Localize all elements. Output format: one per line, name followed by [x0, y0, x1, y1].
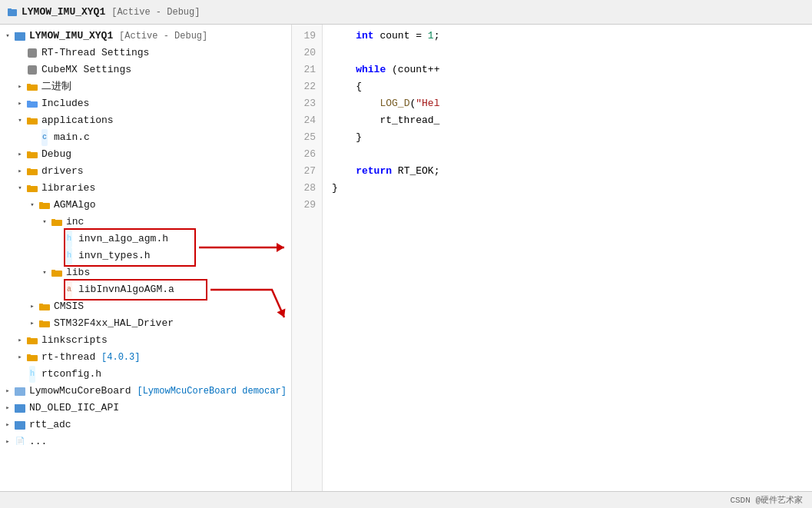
tree-item-label: RT-Thread Settings: [41, 45, 149, 61]
tree-icon-ellipsis: 📄: [14, 436, 26, 448]
tree-arrow: [15, 184, 25, 193]
tree-item-rtt-adc[interactable]: rtt_adc: [0, 417, 291, 433]
tree-arrow: [3, 420, 12, 430]
tree-item-label: Debug: [41, 146, 71, 163]
tree-icon-project-link: [14, 385, 26, 397]
tree-item-label: main.c: [54, 129, 90, 146]
svg-rect-25: [39, 304, 43, 305]
project-title: LYMOW_IMU_XYQ1: [22, 6, 105, 18]
tree-arrow: [15, 116, 25, 125]
svg-rect-9: [27, 101, 31, 102]
line-number: 24: [298, 112, 316, 129]
tree-icon-folder: [26, 165, 38, 178]
tree-item-cubemx-settings[interactable]: CubeMX Settings: [0, 61, 291, 78]
line-number: 21: [298, 61, 316, 78]
svg-rect-24: [39, 304, 50, 310]
svg-rect-21: [51, 219, 55, 221]
tree-item-label: LymowMcuCoreBoard [LymowMcuCoreBoard dem…: [29, 383, 287, 400]
svg-rect-15: [27, 168, 31, 170]
tree-item-label: ...: [29, 433, 47, 450]
tree-item-applications[interactable]: applications: [0, 112, 291, 129]
svg-rect-32: [15, 387, 25, 396]
tree-item-includes[interactable]: Includes: [0, 95, 291, 112]
tree-arrow: [40, 268, 49, 277]
code-line: [332, 197, 803, 214]
tree-item-nd-oled[interactable]: ND_OLED_IIC_API: [0, 400, 291, 417]
tree-item-binary[interactable]: 二进制: [0, 78, 291, 95]
svg-rect-7: [27, 84, 31, 85]
tree-item-label: libraries: [41, 180, 95, 197]
code-lines[interactable]: int count = 1; while (count++ { LOG_D("H…: [323, 25, 812, 491]
tree-item-drivers[interactable]: drivers: [0, 163, 291, 180]
tree-icon-file-c: c: [38, 131, 51, 144]
code-line: {: [332, 78, 803, 95]
line-number: 22: [298, 78, 316, 95]
tree-item-label: 二进制: [41, 78, 71, 95]
tree-item-label: ND_OLED_IIC_API: [29, 400, 119, 417]
tree-icon-folder: [26, 182, 38, 194]
tree-item-rt-thread[interactable]: rt-thread [4.0.3]: [0, 349, 291, 366]
tree-arrow: [15, 336, 25, 345]
tree-item-invn-types-h[interactable]: hinvn_types.h: [0, 247, 291, 264]
tree-arrow: [28, 201, 37, 210]
line-number: 28: [298, 180, 316, 197]
tree-arrow: [3, 387, 12, 396]
tree-arrow: [15, 167, 25, 176]
svg-rect-1: [8, 8, 12, 10]
tree-item-label: Includes: [41, 95, 89, 112]
credit-text: CSDN @硬件艺术家: [730, 494, 803, 506]
tree-icon-settings: [26, 47, 38, 59]
tree-item-invn-algo-agm-h[interactable]: hinvn_algo_agm.h: [0, 231, 291, 247]
tree-item-label: invn_algo_agm.h: [78, 231, 168, 247]
tree-item-label: rt-thread [4.0.3]: [41, 349, 140, 366]
code-line: while (count++: [332, 61, 803, 78]
tree-item-libraries[interactable]: libraries: [0, 180, 291, 197]
tree-icon-folder: [26, 115, 38, 127]
tree-arrow: [3, 437, 12, 447]
tree-item-more[interactable]: 📄...: [0, 433, 291, 450]
tree-item-label: LYMOW_IMU_XYQ1 [Active - Debug]: [29, 28, 207, 45]
tree-item-agmalgo[interactable]: AGMAlgo: [0, 197, 291, 214]
svg-rect-18: [39, 203, 50, 209]
bottom-bar: CSDN @硬件艺术家: [0, 491, 812, 508]
code-editor: 1920212223242526272829 int count = 1; wh…: [292, 25, 812, 491]
tree-arrow: [40, 217, 49, 227]
tree-item-debug[interactable]: Debug: [0, 146, 291, 163]
svg-rect-20: [51, 220, 62, 226]
line-numbers: 1920212223242526272829: [292, 25, 323, 491]
svg-rect-19: [39, 202, 43, 204]
tree-item-main-c[interactable]: cmain.c: [0, 129, 291, 146]
svg-rect-3: [15, 32, 19, 34]
svg-rect-22: [51, 271, 62, 277]
tree-item-label: inc: [66, 214, 84, 231]
tree-item-lymow[interactable]: LYMOW_IMU_XYQ1 [Active - Debug]: [0, 28, 291, 45]
tree-item-linkscripts[interactable]: linkscripts: [0, 332, 291, 349]
tree-arrow: [28, 319, 37, 328]
code-line: LOG_D("Hel: [332, 95, 803, 112]
tree-item-stm32-hal[interactable]: STM32F4xx_HAL_Driver: [0, 315, 291, 332]
tree-item-label: linkscripts: [41, 332, 108, 349]
code-line: }: [332, 180, 803, 197]
svg-rect-28: [27, 338, 38, 344]
tree-icon-file-h: h: [63, 233, 75, 245]
tree-item-cmsis[interactable]: CMSIS: [0, 298, 291, 315]
tree-item-libinvn-a[interactable]: alibInvnAlgoAGM.a: [0, 281, 291, 298]
tree-icon-folder-b: [26, 98, 38, 110]
tree-item-label: applications: [41, 112, 114, 129]
svg-rect-29: [27, 337, 31, 339]
tree-item-inc[interactable]: inc: [0, 214, 291, 231]
code-line: [332, 146, 803, 163]
svg-rect-12: [27, 152, 38, 158]
svg-rect-14: [27, 169, 38, 175]
tree-icon-project: [14, 402, 26, 414]
tree-item-libs[interactable]: libs: [0, 264, 291, 281]
svg-rect-8: [27, 101, 38, 108]
tree-item-rtconfig-h[interactable]: hrtconfig.h: [0, 366, 291, 383]
tree-icon-folder: [26, 148, 38, 161]
tree-item-lymow-core[interactable]: LymowMcuCoreBoard [LymowMcuCoreBoard dem…: [0, 383, 291, 400]
project-icon: [6, 6, 18, 18]
svg-rect-16: [27, 186, 38, 192]
tree-item-rt-thread-settings[interactable]: RT-Thread Settings: [0, 45, 291, 61]
tree-icon-settings: [26, 64, 38, 76]
tree-item-label: CMSIS: [54, 298, 84, 315]
